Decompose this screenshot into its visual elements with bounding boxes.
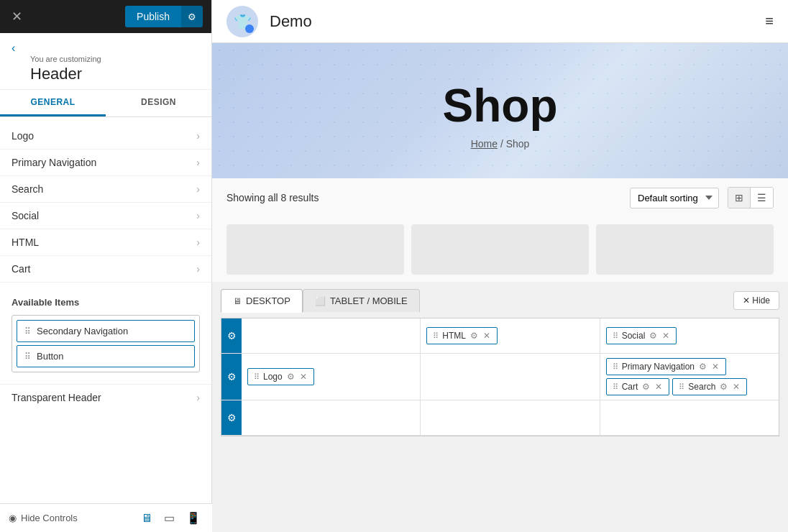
chip-cart-label: Cart (622, 382, 638, 392)
chip-logo-settings-button[interactable]: ⚙ (286, 372, 296, 382)
menu-item-search-label: Search (12, 183, 43, 195)
chip-social-close-button[interactable]: ✕ (661, 331, 670, 341)
preview-header: 👕 Demo ≡ (212, 0, 788, 43)
hide-controls-button[interactable]: ◉ Hide Controls (9, 513, 78, 523)
chip-social-settings-button[interactable]: ⚙ (649, 331, 658, 341)
menu-item-transparent-header[interactable]: Transparent Header › (0, 384, 211, 411)
available-items-title: Available Items (12, 297, 200, 308)
shop-breadcrumb: Home / Shop (226, 138, 774, 150)
chip-social[interactable]: ⠿ Social ⚙ ✕ (606, 327, 677, 344)
chip-drag-icon: ⠿ (613, 362, 618, 372)
row-3-handle[interactable]: ⚙ (221, 400, 242, 435)
top-bar: ✕ Publish ⚙ (0, 0, 211, 33)
tab-general[interactable]: GENERAL (0, 90, 106, 116)
menu-item-social-label: Social (12, 210, 39, 221)
chevron-right-icon: › (196, 130, 200, 142)
chip-html[interactable]: ⠿ HTML ⚙ ✕ (426, 327, 498, 344)
draggable-item-button[interactable]: ⠿ Button (17, 345, 195, 367)
chip-social-label: Social (622, 331, 646, 341)
chip-logo-label: Logo (263, 372, 283, 382)
row-gear-icon: ⚙ (227, 330, 237, 341)
mobile-view-button[interactable]: 📱 (183, 510, 203, 526)
builder-row-1: ⚙ ⠿ HTML ⚙ ✕ (221, 318, 779, 354)
chip-logo-close-button[interactable]: ✕ (299, 372, 308, 382)
close-icon: ✕ (12, 9, 22, 24)
tablet-tab-label: TABLET / MOBILE (330, 295, 408, 306)
row-gear-icon: ⚙ (227, 412, 237, 423)
chip-drag-icon: ⠿ (254, 372, 260, 382)
eye-icon: ◉ (9, 513, 17, 523)
chip-primary-navigation-settings-button[interactable]: ⚙ (698, 362, 707, 372)
menu-item-logo[interactable]: Logo › (0, 123, 211, 150)
close-button[interactable]: ✕ (9, 7, 25, 26)
gear-icon: ⚙ (188, 12, 196, 22)
chip-drag-icon: ⠿ (613, 382, 618, 392)
menu-item-social[interactable]: Social › (0, 203, 211, 229)
hide-controls-label: Hide Controls (21, 513, 78, 523)
chip-html-label: HTML (442, 331, 466, 341)
chip-search-close-button[interactable]: ✕ (732, 382, 741, 392)
tab-desktop[interactable]: 🖥 DESKTOP (221, 289, 303, 313)
chip-cart-settings-button[interactable]: ⚙ (641, 382, 651, 392)
chip-primary-navigation[interactable]: ⠿ Primary Navigation ⚙ ✕ (606, 358, 726, 375)
shop-hero: Shop Home / Shop (212, 43, 788, 178)
customizing-label: You are customizing (30, 55, 200, 63)
menu-item-logo-label: Logo (12, 130, 34, 142)
row-2-handle[interactable]: ⚙ (221, 354, 242, 400)
menu-item-html[interactable]: HTML › (0, 229, 211, 256)
tab-design[interactable]: DESIGN (106, 90, 211, 116)
empty-cell (426, 364, 593, 390)
publish-settings-button[interactable]: ⚙ (181, 6, 203, 27)
grid-view-button[interactable]: ⊞ (728, 188, 751, 208)
empty-cell (247, 323, 414, 349)
chip-html-settings-button[interactable]: ⚙ (469, 331, 479, 341)
row-1-cell-left (242, 318, 420, 353)
chip-drag-icon: ⠿ (433, 331, 439, 341)
chip-cart[interactable]: ⠿ Cart ⚙ ✕ (606, 378, 670, 395)
tab-tablet-mobile[interactable]: ⬜ TABLET / MOBILE (303, 289, 420, 312)
chip-primary-navigation-label: Primary Navigation (622, 362, 695, 372)
left-panel: ✕ Publish ⚙ ‹ You are customizing Header… (0, 0, 212, 532)
chip-primary-navigation-close-button[interactable]: ✕ (711, 362, 720, 372)
showing-results-text: Showing all 8 results (226, 192, 319, 203)
tablet-view-button[interactable]: ▭ (161, 510, 178, 526)
menu-section: Logo › Primary Navigation › Search › Soc… (0, 117, 211, 288)
tablet-icon: ▭ (164, 512, 175, 524)
chip-logo[interactable]: ⠿ Logo ⚙ ✕ (247, 368, 314, 385)
row-2-cell-center (421, 359, 599, 394)
chip-search[interactable]: ⠿ Search ⚙ ✕ (672, 378, 747, 395)
back-button[interactable]: ‹ (12, 42, 15, 55)
available-items-box: ⠿ Secondary Navigation ⠿ Button (12, 315, 200, 372)
chevron-right-icon: › (196, 183, 200, 195)
chip-html-close-button[interactable]: ✕ (482, 331, 491, 341)
breadcrumb-separator: / (500, 138, 506, 150)
sort-dropdown[interactable]: Default sorting (630, 188, 719, 208)
mobile-icon: 📱 (186, 512, 201, 524)
hide-button[interactable]: ✕ Hide (733, 291, 779, 310)
hamburger-menu-icon[interactable]: ≡ (765, 13, 774, 29)
menu-item-html-label: HTML (12, 237, 39, 248)
row-1-cell-center: ⠿ HTML ⚙ ✕ (421, 318, 599, 353)
row-1-cell-right: ⠿ Social ⚙ ✕ (600, 318, 779, 353)
blue-dot (245, 24, 254, 33)
desktop-view-button[interactable]: 🖥 (138, 510, 155, 526)
menu-item-cart[interactable]: Cart › (0, 256, 211, 283)
product-placeholder-3 (596, 224, 774, 275)
publish-button[interactable]: Publish (125, 6, 181, 27)
builder-section: 🖥 DESKTOP ⬜ TABLET / MOBILE ✕ Hide ⚙ (212, 282, 788, 532)
menu-item-search[interactable]: Search › (0, 176, 211, 203)
draggable-item-secondary-navigation[interactable]: ⠿ Secondary Navigation (17, 320, 195, 342)
row-3-cells (242, 400, 779, 435)
chevron-left-icon: ‹ (12, 42, 15, 54)
chip-search-label: Search (688, 382, 715, 392)
builder-tabs: 🖥 DESKTOP ⬜ TABLET / MOBILE ✕ Hide (212, 289, 788, 312)
menu-item-primary-navigation[interactable]: Primary Navigation › (0, 150, 211, 176)
customizing-section: ‹ You are customizing Header (0, 33, 211, 90)
list-view-button[interactable]: ☰ (751, 188, 773, 208)
breadcrumb-home-link[interactable]: Home (471, 138, 498, 150)
chevron-right-icon: › (196, 157, 200, 168)
chip-search-settings-button[interactable]: ⚙ (719, 382, 728, 392)
chip-cart-close-button[interactable]: ✕ (654, 382, 663, 392)
row-1-handle[interactable]: ⚙ (221, 318, 242, 353)
desktop-icon: 🖥 (141, 512, 152, 524)
